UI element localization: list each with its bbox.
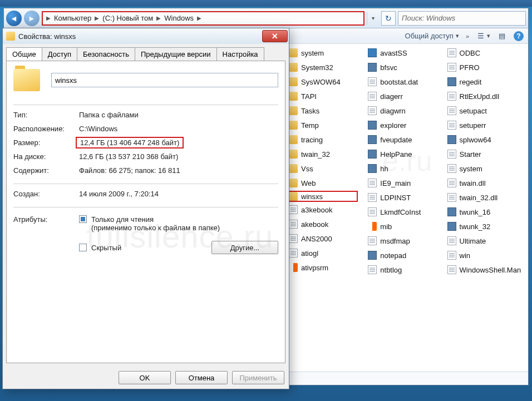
file-list[interactable]: systemSystem32SysWOW64TAPITasksTemptraci… [288, 47, 526, 368]
file-item[interactable]: diagerr [367, 91, 436, 102]
breadcrumb-drive[interactable]: (C:) Новый том [102, 14, 153, 22]
view-mode-button[interactable]: ☰ ▾ [476, 31, 490, 41]
doc-icon [368, 265, 377, 274]
cancel-button[interactable]: Отмена [175, 371, 228, 384]
file-item[interactable]: ODBC [446, 47, 526, 58]
doc-icon [447, 92, 456, 101]
folder-icon [289, 63, 298, 72]
file-item[interactable]: ativpsrm [288, 262, 357, 273]
file-item[interactable]: a3kebook [288, 204, 357, 215]
search-input[interactable]: Поиск: Windows [398, 11, 526, 26]
file-item[interactable]: Ultimate [446, 235, 526, 246]
file-item-label: twain_32.dll [460, 194, 498, 202]
folder-icon [289, 48, 298, 57]
file-item-label: Ultimate [460, 237, 486, 245]
file-item[interactable]: mib [367, 221, 436, 232]
dialog-title: Свойства: winsxs [18, 32, 76, 41]
file-item[interactable]: msdfmap [367, 235, 436, 246]
file-item[interactable]: IE9_main [367, 177, 436, 189]
file-item[interactable]: Starter [446, 148, 526, 160]
file-item[interactable]: System32 [288, 62, 357, 73]
tab-access[interactable]: Доступ [42, 47, 77, 61]
help-button[interactable]: ? [514, 31, 524, 41]
other-attributes-button[interactable]: Другие... [211, 241, 278, 254]
hidden-checkbox[interactable] [79, 244, 87, 251]
file-item[interactable]: hh [367, 163, 436, 174]
file-item[interactable]: atiogl [288, 247, 357, 259]
folder-icon [6, 32, 15, 41]
file-item[interactable]: twain_32.dll [446, 192, 526, 203]
toolbar-overflow[interactable]: » [466, 33, 469, 39]
breadcrumb-computer[interactable]: Компьютер [54, 14, 91, 22]
file-item[interactable]: twunk_16 [446, 206, 526, 217]
file-item[interactable]: ANS2000 [288, 233, 357, 244]
file-item[interactable]: twain.dll [446, 177, 526, 189]
breadcrumb-folder[interactable]: Windows [164, 14, 194, 22]
file-item-label: TAPI [301, 92, 317, 101]
file-item[interactable]: bfsvc [367, 62, 436, 73]
file-item[interactable]: setupact [446, 105, 526, 116]
file-item-label: setuperr [460, 121, 486, 130]
folder-name-input[interactable] [51, 73, 278, 87]
img-icon [368, 48, 377, 57]
file-item[interactable]: Web [288, 177, 357, 189]
file-item[interactable]: tracing [288, 134, 357, 145]
chevron-right-icon: ▶ [92, 15, 101, 21]
file-item-label: splwow64 [460, 136, 491, 144]
file-item[interactable]: winsxs [287, 191, 358, 202]
file-item[interactable]: HelpPane [367, 148, 436, 160]
file-item-label: Vss [301, 165, 313, 173]
file-item-label: ODBC [460, 49, 481, 57]
file-item[interactable]: RtlExUpd.dll [446, 91, 526, 102]
file-item[interactable]: WindowsShell.Man [446, 264, 526, 275]
tab-general[interactable]: Общие [6, 47, 42, 61]
file-item[interactable]: LkmdfCoInst [367, 206, 436, 217]
file-item[interactable]: TAPI [288, 91, 357, 102]
tab-previous-versions[interactable]: Предыдущие версии [135, 47, 217, 61]
file-item-label: LkmdfCoInst [380, 208, 421, 216]
file-item[interactable]: Tasks [288, 105, 357, 116]
tab-security[interactable]: Безопасность [77, 47, 135, 61]
file-item[interactable]: bootstat.dat [367, 76, 436, 87]
file-item[interactable]: notepad [367, 250, 436, 261]
file-item[interactable]: diagwrn [367, 105, 436, 116]
doc-icon [368, 236, 377, 245]
file-item[interactable]: system [288, 47, 357, 58]
preview-pane-button[interactable]: ▤ [497, 31, 507, 41]
file-item[interactable]: Vss [288, 163, 357, 174]
close-button[interactable]: ✕ [262, 30, 288, 42]
tab-customize[interactable]: Настройка [216, 47, 264, 61]
file-item[interactable]: SysWOW64 [288, 76, 357, 87]
apply-button[interactable]: Применить [232, 371, 284, 384]
file-item[interactable]: system [446, 163, 526, 174]
taskbar-edge [0, 0, 532, 7]
dialog-titlebar[interactable]: Свойства: winsxs ✕ [3, 28, 289, 44]
file-item[interactable]: win [446, 250, 526, 261]
file-item[interactable]: regedit [446, 76, 526, 87]
file-item[interactable]: LDPINST [367, 192, 436, 203]
file-item[interactable]: twain_32 [288, 148, 357, 160]
file-item[interactable]: avastSS [367, 47, 436, 58]
share-button[interactable]: Общий доступ ▾ [405, 32, 459, 40]
file-item-label: setupact [460, 107, 487, 115]
address-bar[interactable]: ▶ Компьютер ▶ (C:) Новый том ▶ Windows ▶ [42, 11, 364, 26]
file-item[interactable]: twunk_32 [446, 221, 526, 232]
address-dropdown[interactable]: ▾ [367, 12, 379, 25]
ok-button[interactable]: OK [119, 371, 171, 384]
file-item[interactable]: splwow64 [446, 134, 526, 145]
file-item[interactable]: ntbtlog [367, 264, 436, 275]
file-item[interactable]: akebook [288, 219, 357, 230]
value-created: 14 июля 2009 г., 7:20:14 [79, 190, 159, 198]
refresh-button[interactable]: ↻ [381, 11, 396, 26]
readonly-checkbox[interactable] [79, 215, 87, 223]
file-item[interactable]: Temp [288, 120, 357, 131]
doc-icon [447, 63, 456, 72]
file-item[interactable]: fveupdate [367, 134, 436, 145]
label-size: Размер: [13, 138, 79, 147]
forward-button[interactable]: ► [24, 11, 40, 26]
file-item[interactable]: setuperr [446, 120, 526, 131]
doc-icon [447, 121, 456, 130]
file-item[interactable]: explorer [367, 120, 436, 131]
file-item[interactable]: PFRO [446, 62, 526, 73]
back-button[interactable]: ◄ [6, 11, 22, 26]
